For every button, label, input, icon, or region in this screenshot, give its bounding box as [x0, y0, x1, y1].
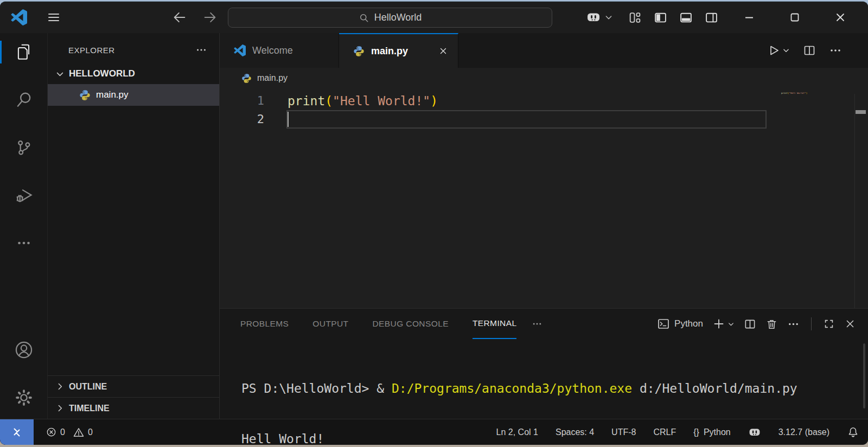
- activity-accounts-icon[interactable]: [0, 336, 48, 363]
- explorer-more-actions-icon[interactable]: [195, 44, 207, 56]
- python-file-icon: [79, 90, 91, 101]
- panel-header: PROBLEMS OUTPUT DEBUG CONSOLE TERMINAL: [220, 309, 868, 339]
- activity-more-views-icon[interactable]: [0, 229, 48, 257]
- kill-terminal-trash-icon[interactable]: [765, 318, 778, 330]
- breadcrumb[interactable]: main.py: [220, 68, 868, 88]
- code-line-1: print("Hell World!"): [288, 92, 438, 110]
- chevron-right-icon: [55, 404, 65, 413]
- editor-more-actions-icon[interactable]: [829, 44, 842, 57]
- close-button[interactable]: [828, 2, 853, 33]
- close-panel-icon[interactable]: [844, 318, 856, 330]
- run-python-file-button[interactable]: [767, 44, 790, 57]
- python-file-icon: [241, 73, 252, 84]
- remote-indicator[interactable]: [0, 419, 34, 445]
- activity-run-debug-icon[interactable]: [0, 182, 48, 209]
- terminal-line: PS D:\HelloWorld> & D:/Programs/anaconda…: [241, 380, 868, 397]
- terminal-icon: [657, 317, 670, 330]
- chevron-right-icon: [55, 382, 65, 391]
- terminal-scrollbar[interactable]: [863, 343, 865, 408]
- explorer-title: EXPLORER: [68, 46, 115, 55]
- editor-tab-bar: Welcome main.py: [220, 33, 868, 68]
- panel-tab-debug-console[interactable]: DEBUG CONSOLE: [372, 309, 448, 339]
- file-name: main.py: [96, 90, 129, 100]
- title-bar: HelloWorld: [0, 2, 868, 33]
- overview-ruler[interactable]: [854, 94, 866, 308]
- warnings-icon: [73, 426, 85, 438]
- explorer-sidebar: EXPLORER HELLOWORLD main.py: [48, 33, 220, 419]
- terminal-shell-selector[interactable]: Python: [657, 317, 703, 330]
- toggle-panel-icon[interactable]: [679, 11, 693, 24]
- errors-icon: [46, 426, 57, 438]
- breadcrumb-item: main.py: [257, 73, 288, 83]
- problems-summary[interactable]: 0 0: [46, 426, 93, 438]
- folder-row-helloworld[interactable]: HELLOWORLD: [48, 63, 219, 84]
- nav-forward-icon[interactable]: [202, 9, 218, 25]
- tab-label: Welcome: [252, 45, 293, 56]
- vscode-window: HelloWorld: [0, 1, 868, 445]
- line-number-gutter: 1 2: [220, 92, 264, 129]
- run-dropdown-chevron-icon: [782, 47, 790, 54]
- activity-settings-icon[interactable]: [0, 384, 48, 411]
- tab-welcome[interactable]: Welcome: [220, 33, 339, 68]
- warnings-count: 0: [88, 427, 93, 437]
- overview-cursor-marker: [856, 110, 866, 114]
- errors-count: 0: [60, 427, 65, 437]
- text-cursor: [288, 112, 289, 127]
- outline-label: OUTLINE: [69, 382, 107, 392]
- minimize-button[interactable]: [737, 2, 762, 33]
- file-row-mainpy[interactable]: main.py: [48, 84, 219, 106]
- split-terminal-icon[interactable]: [744, 318, 756, 330]
- code-token-function: print: [288, 94, 325, 108]
- panel-tab-output[interactable]: OUTPUT: [312, 309, 348, 339]
- code-token-paren: ): [430, 94, 438, 108]
- panel-more-tabs-icon[interactable]: [532, 318, 542, 329]
- copilot-chevron-icon[interactable]: [604, 13, 613, 22]
- activity-explorer-icon[interactable]: [0, 39, 48, 66]
- activity-source-control-icon[interactable]: [0, 134, 48, 161]
- panel-tab-terminal[interactable]: TERMINAL: [473, 309, 517, 339]
- explorer-header: EXPLORER: [48, 36, 219, 63]
- customize-layout-icon[interactable]: [628, 11, 642, 24]
- vscode-logo-icon: [11, 9, 27, 25]
- vscode-logo-icon: [234, 44, 246, 56]
- search-icon: [359, 12, 369, 23]
- terminal-line: Hell World!: [241, 431, 868, 445]
- command-center-search[interactable]: HelloWorld: [228, 8, 552, 28]
- current-line-highlight: [286, 110, 767, 129]
- new-terminal-button[interactable]: [712, 317, 735, 330]
- code-editor[interactable]: 1 2 print("Hell World!") print("Hell Wor…: [220, 88, 868, 308]
- nav-back-icon[interactable]: [171, 9, 188, 25]
- remote-icon: [10, 426, 23, 439]
- panel-actions-divider: [811, 317, 812, 330]
- maximize-button[interactable]: [782, 2, 807, 33]
- minimap[interactable]: print("Hell World!"): [781, 92, 854, 94]
- code-token-string: "Hell World!": [333, 94, 430, 108]
- code-token-paren: (: [325, 94, 333, 108]
- python-file-icon: [353, 46, 365, 57]
- timeline-section[interactable]: TIMELINE: [48, 397, 219, 419]
- panel-tab-problems[interactable]: PROBLEMS: [240, 309, 289, 339]
- terminal-shell-name: Python: [674, 318, 703, 329]
- split-editor-icon[interactable]: [803, 44, 816, 57]
- line-number-active: 2: [220, 110, 264, 129]
- toggle-primary-sidebar-icon[interactable]: [654, 11, 667, 24]
- bottom-panel: PROBLEMS OUTPUT DEBUG CONSOLE TERMINAL: [220, 308, 868, 419]
- new-terminal-chevron-icon: [727, 321, 735, 328]
- menu-hamburger-icon[interactable]: [46, 9, 62, 25]
- terminal-output[interactable]: PS D:\HelloWorld> & D:/Programs/anaconda…: [220, 339, 868, 445]
- folder-name: HELLOWORLD: [69, 68, 135, 79]
- tab-close-icon[interactable]: [438, 46, 448, 56]
- activity-bar: [0, 33, 48, 419]
- timeline-label: TIMELINE: [69, 404, 110, 413]
- activity-search-icon[interactable]: [0, 86, 48, 113]
- chevron-down-icon: [55, 69, 65, 79]
- maximize-panel-icon[interactable]: [823, 318, 835, 330]
- search-text: HelloWorld: [374, 12, 422, 23]
- tab-label: main.py: [371, 46, 408, 57]
- outline-section[interactable]: OUTLINE: [48, 375, 219, 397]
- toggle-secondary-sidebar-icon[interactable]: [705, 11, 718, 24]
- copilot-icon[interactable]: [586, 10, 601, 25]
- panel-views-more-icon[interactable]: [787, 318, 800, 330]
- tab-mainpy[interactable]: main.py: [339, 33, 458, 68]
- line-number: 1: [220, 92, 264, 110]
